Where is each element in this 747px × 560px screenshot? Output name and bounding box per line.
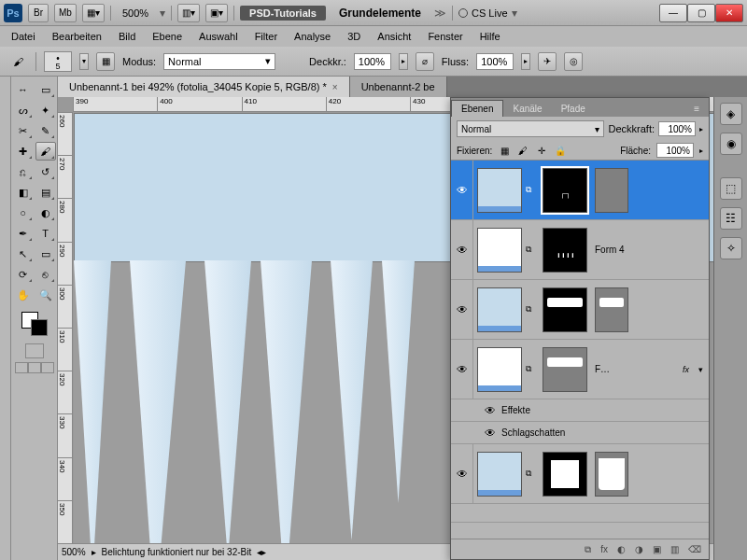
group-icon[interactable]: ▣ [653, 544, 661, 554]
hand-tool[interactable]: ✋ [13, 286, 34, 304]
zoom-level[interactable]: 500% [117, 7, 154, 19]
opacity-input[interactable]: 100% [354, 53, 391, 70]
gradient-tool[interactable]: ▤ [35, 183, 56, 202]
transform-icon[interactable]: ⬚ [720, 177, 742, 200]
layers-list[interactable]: 👁 ⧉ ┌┐ 👁 ⧉ ╻╻╻╻ Form 4 👁 ⧉ 👁 ⧉ [451, 161, 709, 539]
ruler-vertical[interactable]: 260270280290300310320330340350 [58, 112, 73, 543]
tab-unbenannt-1[interactable]: Unbenannt-1 bei 492% (fotolia_34045 Kopi… [58, 77, 350, 97]
camera3d-tool[interactable]: ⎋ [35, 265, 56, 284]
vector-thumb[interactable] [595, 168, 628, 213]
lock-position-icon[interactable]: ✛ [535, 144, 548, 157]
new-layer-icon[interactable]: ▥ [670, 544, 679, 554]
status-zoom[interactable]: 500% [62, 547, 86, 557]
stamp-tool[interactable]: ⎌ [13, 162, 34, 181]
fx-schlagschatten[interactable]: 👁 Schlagschatten [451, 422, 709, 444]
mask-thumb[interactable]: ╻╻╻╻ [543, 228, 587, 273]
panel-menu-icon[interactable]: ≡ [684, 101, 709, 117]
link-icon[interactable]: ⧉ [526, 469, 539, 479]
tab-pfade[interactable]: Pfade [552, 101, 595, 117]
visibility-icon[interactable]: 👁 [451, 280, 473, 339]
fx-icon[interactable]: fx [600, 544, 608, 554]
mask-icon[interactable]: ◐ [617, 544, 626, 554]
layer-row[interactable]: 👁 ⧉ ┌┐ [451, 161, 709, 220]
history-brush-tool[interactable]: ↺ [35, 162, 56, 181]
eraser-tool[interactable]: ◧ [13, 183, 34, 202]
arrange-button[interactable]: ▦▾ [82, 4, 105, 22]
menu-bild[interactable]: Bild [119, 31, 135, 42]
tool-preset-brush-icon[interactable]: 🖌 [7, 51, 28, 72]
fill-input[interactable]: 100% [656, 143, 694, 158]
layer-row[interactable]: 👁 ⧉ F… fx▾ [451, 340, 709, 399]
link-icon[interactable]: ⧉ [526, 364, 539, 374]
move-tool[interactable]: ↔ [13, 80, 34, 99]
dodge-tool[interactable]: ◐ [35, 203, 56, 222]
vector-thumb[interactable] [595, 452, 628, 497]
screen-mode-button[interactable]: ▣▾ [205, 4, 228, 22]
lock-pixels-icon[interactable]: 🖌 [516, 144, 529, 157]
close-tab-icon[interactable]: × [332, 82, 338, 92]
menu-fenster[interactable]: Fenster [428, 31, 462, 42]
vector-thumb[interactable] [595, 287, 628, 332]
bridge-button[interactable]: Br [28, 4, 49, 22]
blur-tool[interactable]: ○ [13, 203, 34, 222]
layer-thumb[interactable] [477, 168, 522, 213]
fx-badge[interactable]: fx [683, 365, 698, 374]
layer-thumb[interactable] [477, 287, 522, 332]
cslive-button[interactable]: CS Live▾ [458, 7, 517, 20]
layers-icon[interactable]: ◈ [720, 103, 742, 125]
heal-tool[interactable]: ✚ [13, 142, 34, 161]
link-icon[interactable]: ⧉ [526, 185, 539, 195]
workspace-grundelemente[interactable]: Grundelemente [331, 7, 429, 20]
layer-name[interactable]: Form 4 [591, 245, 709, 255]
color-swatches[interactable] [21, 312, 48, 336]
visibility-icon[interactable]: 👁 [479, 399, 501, 421]
visibility-icon[interactable]: 👁 [451, 444, 473, 503]
pressure-opacity-icon[interactable]: ⌀ [416, 52, 434, 71]
layer-row[interactable]: 👁 ⧉ ╻╻╻╻ Form 4 [451, 220, 709, 280]
visibility-icon[interactable]: 👁 [451, 220, 473, 279]
background-swatch[interactable] [31, 319, 48, 336]
airbrush-icon[interactable]: ✈ [538, 52, 557, 71]
crop-tool[interactable]: ✂ [13, 121, 34, 140]
mask-thumb[interactable]: ┌┐ [543, 168, 587, 213]
screen-mode-switcher[interactable] [15, 362, 54, 373]
visibility-icon[interactable]: 👁 [479, 422, 501, 443]
menu-hilfe[interactable]: Hilfe [480, 31, 500, 42]
lasso-tool[interactable]: ᔕ [13, 101, 34, 119]
mask-thumb[interactable] [543, 347, 587, 392]
mask-thumb[interactable] [543, 452, 587, 497]
extras-button[interactable]: ▥▾ [177, 4, 200, 22]
fx-effekte[interactable]: 👁 Effekte [451, 399, 709, 422]
minimize-button[interactable]: — [659, 4, 687, 22]
tab-ebenen[interactable]: Ebenen [451, 100, 503, 117]
menu-datei[interactable]: Datei [11, 31, 35, 42]
opacity-arrow[interactable]: ▸ [399, 53, 408, 70]
workspace-chevron-icon[interactable]: ≫ [434, 7, 446, 20]
menu-filter[interactable]: Filter [255, 31, 277, 42]
maximize-button[interactable]: ▢ [687, 4, 715, 22]
rotate3d-tool[interactable]: ⟳ [13, 265, 34, 284]
pen-tool[interactable]: ✒ [13, 224, 34, 243]
brush-panel-toggle[interactable]: ▦ [96, 52, 115, 71]
paths-icon[interactable]: ✧ [720, 237, 742, 259]
link-layers-icon[interactable]: ⧉ [585, 544, 591, 555]
swatches-icon[interactable]: ◉ [720, 133, 742, 155]
wand-tool[interactable]: ✦ [35, 101, 56, 119]
layer-thumb[interactable] [477, 452, 522, 497]
menu-analyse[interactable]: Analyse [294, 31, 331, 42]
visibility-icon[interactable]: 👁 [451, 340, 473, 399]
flow-arrow[interactable]: ▸ [521, 53, 530, 70]
brush-picker-arrow[interactable]: ▾ [79, 53, 89, 70]
shape-tool[interactable]: ▭ [35, 245, 56, 263]
minibridge-button[interactable]: Mb [54, 4, 77, 22]
mask-thumb[interactable] [543, 287, 587, 332]
link-icon[interactable]: ⧉ [526, 245, 539, 255]
align-icon[interactable]: ☷ [720, 207, 742, 230]
quickmask-toggle[interactable] [25, 343, 44, 358]
menu-ansicht[interactable]: Ansicht [377, 31, 411, 42]
brush-preview[interactable]: 5 [44, 51, 72, 72]
layer-row[interactable] [451, 504, 709, 523]
lock-all-icon[interactable]: 🔒 [554, 144, 567, 157]
tab-kanaele[interactable]: Kanäle [503, 101, 551, 117]
brush-tool[interactable]: 🖌 [35, 142, 56, 161]
